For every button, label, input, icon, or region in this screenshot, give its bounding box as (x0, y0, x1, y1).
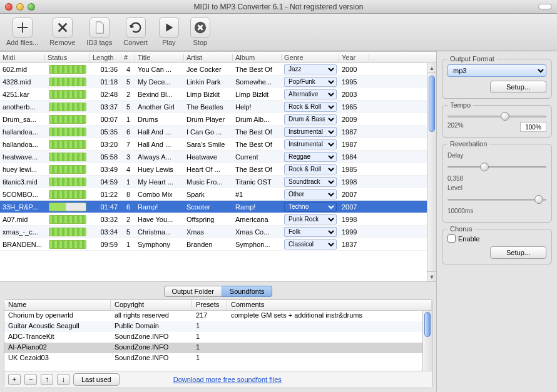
soundfont-table-body: Chorium by openwrldall rights reserved21… (4, 311, 432, 371)
table-row[interactable]: anotherb...03:375Another GirlThe Beatles… (0, 101, 436, 113)
document-icon (89, 18, 110, 38)
scroll-thumb[interactable] (424, 312, 431, 337)
soundfont-row[interactable]: ADC-TranceKitSoundZone.INFO1 (4, 332, 432, 343)
add-files-button[interactable]: Add files... (6, 18, 38, 46)
stop-button[interactable]: Stop (190, 18, 210, 46)
cell-album: Xmas Co... (233, 228, 282, 236)
cell-artist: Sara's Smile (184, 141, 233, 148)
cell-track-number: 2 (121, 216, 135, 223)
genre-select[interactable]: Punk Rock (284, 214, 337, 224)
remove-button[interactable]: Remove (49, 18, 75, 46)
table-row[interactable]: heatwave...05:583Always A...HeatwaveCurr… (0, 151, 436, 163)
refresh-icon (126, 18, 146, 38)
cell-title: Christma... (135, 228, 184, 236)
genre-select[interactable]: Drum & Bass (284, 114, 337, 124)
scroll-up-icon[interactable]: ▲ (427, 63, 436, 73)
cell-midi: 4251.kar (0, 91, 45, 98)
table-row[interactable]: 5COMBO...01:228Combo MixSpark#1Other2007 (0, 188, 436, 201)
tempo-default-input[interactable] (520, 122, 546, 132)
sf-remove-button[interactable]: − (24, 374, 37, 385)
cell-album: The Best Of (233, 166, 282, 173)
status-bar (49, 165, 86, 174)
output-format-select[interactable]: mp3 (447, 64, 546, 77)
cell-title: You Can ... (135, 66, 184, 73)
table-row[interactable]: 602.mid01:364You Can ...Joe CockerThe Be… (0, 63, 436, 76)
cell-track-number: 1 (121, 116, 135, 123)
tab-soundfonts[interactable]: Soundfonts (222, 286, 273, 297)
status-bar (49, 203, 86, 211)
cell-track-number: 6 (121, 128, 135, 136)
sf-presets: 1 (192, 343, 227, 353)
cell-artist: Xmas (184, 228, 233, 236)
soundfont-row[interactable]: AI-APiano02SoundZone.INFO1 (4, 343, 432, 353)
scrollbar[interactable] (422, 311, 432, 371)
cell-year: 1985 (339, 166, 369, 173)
sf-copyright: SoundZone.INFO (111, 353, 192, 364)
table-row[interactable]: hallandoa...03:207Hall And ...Sara's Smi… (0, 138, 436, 151)
table-row[interactable]: hallandoa...05:356Hall And ...I Can Go .… (0, 126, 436, 138)
delay-label: Delay (447, 152, 546, 159)
scrollbar[interactable]: ▲ ▼ (427, 63, 436, 281)
status-bar (49, 115, 86, 124)
genre-select[interactable]: Classical (284, 239, 337, 249)
genre-select[interactable]: Pop/Funk (284, 77, 337, 87)
id3-tags-button[interactable]: ID3 tags (86, 18, 112, 46)
last-used-button[interactable]: Last used (73, 373, 120, 386)
chorus-setup-button[interactable]: Setup... (490, 246, 546, 259)
table-row[interactable]: BRANDEN...09:591SymphonyBrandenSymphon..… (0, 238, 436, 251)
genre-select[interactable]: Instrumental (284, 127, 337, 137)
genre-select[interactable]: Alternative (284, 89, 337, 99)
table-row[interactable]: A07.mid03:322Have You...OffspringAmerica… (0, 213, 436, 226)
output-setup-button[interactable]: Setup... (490, 81, 546, 93)
table-row[interactable]: xmas_-_c...03:345Christma...XmasXmas Co.… (0, 226, 436, 238)
sf-add-button[interactable]: + (8, 374, 21, 385)
genre-select[interactable]: Instrumental (284, 139, 337, 149)
sf-move-up-button[interactable]: ↑ (41, 374, 53, 385)
table-row[interactable]: 4328.mid01:185My Dece...Linkin ParkSomew… (0, 76, 436, 88)
cell-album: Current (233, 153, 282, 161)
cell-title: Another Girl (135, 103, 184, 111)
stop-icon (190, 18, 210, 38)
cell-album: Limp Bizkit (233, 91, 282, 98)
genre-select[interactable]: Other (284, 189, 337, 199)
genre-select[interactable]: Reggae (284, 152, 337, 162)
cell-year: 2000 (339, 66, 369, 73)
level-slider[interactable] (447, 194, 546, 205)
genre-select[interactable]: Soundtrack (284, 177, 337, 187)
cell-title: Huey Lewis (135, 166, 184, 173)
table-row[interactable]: huey lewi...03:494Huey LewisHeart Of ...… (0, 163, 436, 176)
cell-track-number: 4 (121, 66, 135, 73)
soundfont-row[interactable]: UK Cezoid03SoundZone.INFO1 (4, 353, 432, 364)
genre-select[interactable]: Folk (284, 227, 337, 237)
plus-icon (13, 18, 33, 38)
soundfont-row[interactable]: Chorium by openwrldall rights reserved21… (4, 311, 432, 321)
table-row[interactable]: 33H_R&P...01:476Ramp!ScooterRamp!Techno2… (0, 201, 436, 213)
sf-move-down-button[interactable]: ↓ (57, 374, 69, 385)
table-row[interactable]: 4251.kar02:482Bexind Bl...Limp BizkitLim… (0, 88, 436, 101)
download-soundfonts-link[interactable]: Download more free soundfont files (173, 376, 282, 383)
chorus-enable-checkbox[interactable]: Enable (447, 234, 546, 243)
sf-comments (227, 343, 432, 353)
genre-select[interactable]: Jazz (284, 64, 337, 74)
table-row[interactable]: titanic3.mid04:591My Heart ...Music Fro.… (0, 176, 436, 188)
status-bar (49, 178, 86, 186)
status-bar (49, 65, 86, 74)
convert-button[interactable]: Convert (123, 18, 148, 46)
sf-presets: 217 (192, 311, 227, 321)
genre-select[interactable]: Rock & Roll (284, 164, 337, 174)
scroll-down-icon[interactable]: ▼ (427, 271, 436, 281)
sf-presets: 1 (192, 332, 227, 343)
delay-slider[interactable] (447, 161, 546, 173)
tab-output-folder[interactable]: Output Folder (164, 286, 222, 297)
tempo-slider[interactable] (447, 111, 546, 122)
genre-select[interactable]: Techno (284, 202, 337, 212)
play-button[interactable]: Play (159, 18, 179, 46)
tempo-legend: Tempo (447, 101, 473, 109)
scroll-thumb[interactable] (429, 76, 435, 132)
genre-select[interactable]: Rock & Roll (284, 102, 337, 112)
soundfont-row[interactable]: Guitar Acoustic SeagullPublic Domain1 (4, 321, 432, 332)
status-bar (49, 90, 86, 99)
cell-midi: huey lewi... (0, 166, 45, 173)
sf-name: UK Cezoid03 (4, 353, 111, 364)
table-row[interactable]: Drum_sa...00:071DrumsDrum PlayerDrum Alb… (0, 113, 436, 126)
